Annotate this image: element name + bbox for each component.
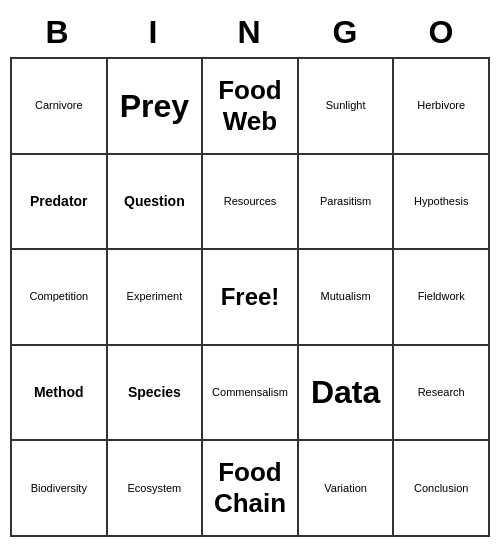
bingo-cell: Biodiversity [12,441,108,537]
bingo-cell: Hypothesis [394,155,490,251]
bingo-cell: Carnivore [12,59,108,155]
header-letter: N [202,14,298,51]
header-letter: O [394,14,490,51]
bingo-header: BINGO [10,7,490,57]
bingo-cell: Parasitism [299,155,395,251]
bingo-cell: Competition [12,250,108,346]
bingo-cell: Predator [12,155,108,251]
bingo-cell: Variation [299,441,395,537]
bingo-cell: Ecosystem [108,441,204,537]
bingo-cell: Free! [203,250,299,346]
bingo-cell: Sunlight [299,59,395,155]
bingo-cell: Experiment [108,250,204,346]
bingo-grid: CarnivorePreyFood WebSunlightHerbivorePr… [10,57,490,537]
bingo-cell: Herbivore [394,59,490,155]
bingo-cell: Mutualism [299,250,395,346]
bingo-cell: Data [299,346,395,442]
bingo-cell: Species [108,346,204,442]
bingo-cell: Commensalism [203,346,299,442]
header-letter: G [298,14,394,51]
bingo-cell: Fieldwork [394,250,490,346]
bingo-cell: Food Chain [203,441,299,537]
bingo-cell: Conclusion [394,441,490,537]
bingo-cell: Prey [108,59,204,155]
header-letter: I [106,14,202,51]
bingo-cell: Question [108,155,204,251]
bingo-cell: Method [12,346,108,442]
bingo-card: BINGO CarnivorePreyFood WebSunlightHerbi… [10,7,490,537]
header-letter: B [10,14,106,51]
bingo-cell: Research [394,346,490,442]
bingo-cell: Food Web [203,59,299,155]
bingo-cell: Resources [203,155,299,251]
